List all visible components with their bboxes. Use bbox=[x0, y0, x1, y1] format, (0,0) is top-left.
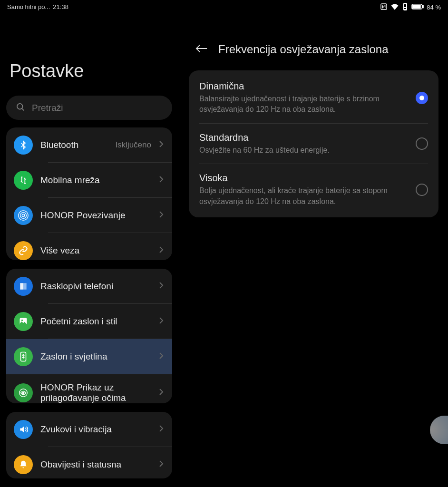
item-label: HONOR Povezivanje bbox=[40, 210, 151, 221]
honor-connect-icon bbox=[14, 206, 33, 225]
option-dynamic[interactable]: Dinamična Balansirajte ujednačenost i tr… bbox=[189, 72, 438, 124]
alert-icon bbox=[402, 3, 409, 12]
settings-item-more-connections[interactable]: Više veza bbox=[6, 233, 172, 260]
option-high[interactable]: Visoka Bolja ujednačenost, ali kraće tra… bbox=[189, 164, 438, 215]
radio-selected[interactable] bbox=[416, 92, 428, 104]
settings-item-mobile[interactable]: Mobilna mreža bbox=[6, 163, 172, 198]
refresh-rate-options: Dinamična Balansirajte ujednačenost i tr… bbox=[189, 70, 438, 217]
settings-item-display-brightness[interactable]: Zaslon i svjetlina bbox=[6, 339, 172, 374]
settings-group-connectivity: Bluetooth Isključeno Mobilna mreža HONOR… bbox=[6, 127, 172, 260]
item-status: Isključeno bbox=[115, 140, 151, 150]
chevron-right-icon bbox=[159, 175, 164, 185]
settings-panel: Samo hitni po... 21:38 Postavke Bluetoot… bbox=[0, 0, 179, 487]
item-label: Obavijesti i statusna bbox=[40, 459, 151, 470]
item-label: Zvukovi i vibracija bbox=[40, 424, 151, 435]
settings-item-bluetooth[interactable]: Bluetooth Isključeno bbox=[6, 127, 172, 163]
settings-group-display: Rasklopivi telefoni Početni zaslon i sti… bbox=[6, 269, 172, 403]
status-time: 21:38 bbox=[53, 3, 68, 10]
option-desc: Balansirajte ujednačenost i trajanje bat… bbox=[199, 94, 408, 115]
settings-item-honor-connect[interactable]: HONOR Povezivanje bbox=[6, 198, 172, 233]
wifi-icon bbox=[390, 3, 399, 11]
item-label: Mobilna mreža bbox=[40, 175, 151, 185]
detail-panel: 84 % Frekvencija osvježavanja zaslona Di… bbox=[179, 0, 448, 487]
option-desc: Bolja ujednačenost, ali kraće trajanje b… bbox=[199, 185, 408, 207]
search-container[interactable] bbox=[6, 96, 172, 120]
option-title: Visoka bbox=[199, 173, 408, 184]
item-label: Zaslon i svjetlina bbox=[40, 351, 151, 362]
chevron-right-icon bbox=[159, 388, 164, 398]
chevron-right-icon bbox=[159, 352, 164, 361]
svg-rect-16 bbox=[423, 5, 424, 8]
nfc-icon bbox=[380, 3, 388, 12]
svg-point-3 bbox=[20, 213, 27, 219]
svg-point-0 bbox=[17, 104, 23, 109]
foldable-icon bbox=[14, 277, 33, 296]
chevron-right-icon bbox=[159, 317, 164, 326]
chevron-right-icon bbox=[159, 282, 164, 291]
chevron-right-icon bbox=[159, 246, 164, 255]
radio-unselected[interactable] bbox=[416, 137, 428, 150]
bluetooth-icon bbox=[14, 136, 33, 155]
option-standard[interactable]: Standardna Osvježite na 60 Hz za uštedu … bbox=[189, 124, 438, 164]
search-input[interactable] bbox=[32, 103, 163, 113]
bell-icon bbox=[14, 455, 33, 474]
page-title: Postavke bbox=[0, 13, 178, 96]
settings-item-home[interactable]: Početni zaslon i stil bbox=[6, 304, 172, 339]
svg-point-9 bbox=[22, 392, 24, 394]
settings-item-sound[interactable]: Zvukovi i vibracija bbox=[6, 412, 172, 447]
detail-header: Frekvencija osvježavanja zaslona bbox=[179, 14, 448, 70]
status-bar-right: 84 % bbox=[179, 0, 448, 14]
status-bar: Samo hitni po... 21:38 bbox=[0, 0, 178, 13]
chevron-right-icon bbox=[159, 140, 164, 150]
chevron-right-icon bbox=[159, 460, 164, 469]
back-arrow-icon[interactable] bbox=[195, 44, 208, 55]
network-label: Samo hitni po... bbox=[7, 3, 50, 10]
detail-title: Frekvencija osvježavanja zaslona bbox=[218, 43, 389, 56]
svg-line-1 bbox=[22, 108, 24, 110]
item-label: Rasklopivi telefoni bbox=[40, 281, 151, 292]
chevron-right-icon bbox=[159, 425, 164, 434]
svg-rect-13 bbox=[404, 8, 406, 9]
search-icon bbox=[16, 102, 25, 114]
settings-item-eye-comfort[interactable]: HONOR Prikaz uz prilagođavanje očima bbox=[6, 374, 172, 403]
svg-rect-15 bbox=[413, 5, 420, 8]
svg-point-6 bbox=[21, 320, 23, 321]
item-label: Bluetooth bbox=[40, 140, 107, 150]
image-icon bbox=[14, 312, 33, 331]
chevron-right-icon bbox=[159, 211, 164, 220]
option-title: Dinamična bbox=[199, 81, 408, 92]
link-icon bbox=[14, 241, 33, 260]
settings-item-notifications[interactable]: Obavijesti i statusna bbox=[6, 447, 172, 478]
mobile-network-icon bbox=[14, 171, 33, 190]
display-icon bbox=[14, 347, 33, 366]
option-desc: Osvježite na 60 Hz za uštedu energije. bbox=[199, 145, 408, 156]
settings-group-sound: Zvukovi i vibracija Obavijesti i statusn… bbox=[6, 412, 172, 478]
option-title: Standardna bbox=[199, 132, 408, 143]
eye-comfort-icon bbox=[14, 383, 33, 402]
battery-icon bbox=[411, 3, 424, 11]
radio-unselected[interactable] bbox=[416, 184, 428, 196]
svg-point-2 bbox=[22, 214, 25, 217]
svg-rect-12 bbox=[404, 4, 406, 7]
item-label: Početni zaslon i stil bbox=[40, 316, 151, 327]
settings-item-foldable[interactable]: Rasklopivi telefoni bbox=[6, 269, 172, 304]
battery-percent: 84 % bbox=[427, 4, 441, 11]
item-label: Više veza bbox=[40, 245, 151, 256]
sound-icon bbox=[14, 420, 33, 439]
item-label: HONOR Prikaz uz prilagođavanje očima bbox=[40, 382, 151, 403]
